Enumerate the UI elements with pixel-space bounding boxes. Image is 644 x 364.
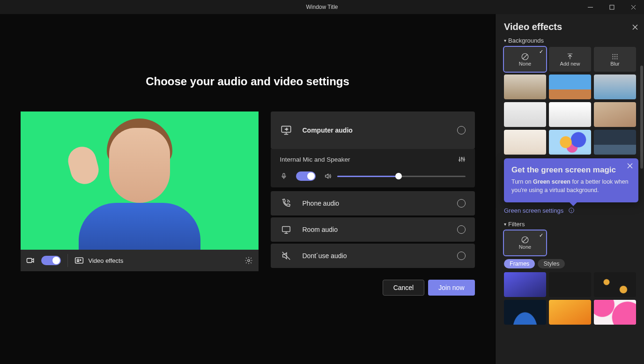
phone-audio-icon bbox=[280, 198, 292, 208]
bg-tile-none[interactable]: ✓ None bbox=[504, 47, 546, 72]
section-backgrounds[interactable]: Backgrounds bbox=[504, 37, 638, 44]
audio-option-phone[interactable]: Phone audio bbox=[271, 191, 475, 215]
bg-tile-image[interactable] bbox=[549, 130, 591, 155]
svg-point-3 bbox=[77, 259, 79, 261]
check-icon: ✓ bbox=[539, 49, 543, 55]
bg-tile-blur[interactable]: Blur bbox=[594, 47, 636, 72]
svg-point-12 bbox=[613, 54, 614, 55]
svg-point-16 bbox=[614, 56, 615, 57]
radio-icon bbox=[457, 199, 466, 208]
scrollbar-thumb[interactable] bbox=[640, 66, 643, 169]
video-effects-button[interactable]: Video effects bbox=[74, 256, 124, 265]
tooltip-close-icon[interactable] bbox=[627, 163, 633, 169]
camera-toggle[interactable] bbox=[41, 256, 61, 265]
bg-tile-image[interactable] bbox=[594, 74, 636, 99]
radio-icon bbox=[457, 225, 466, 234]
computer-audio-icon bbox=[280, 124, 292, 136]
title-bar: Window Title bbox=[0, 0, 644, 14]
radio-icon bbox=[457, 252, 466, 260]
minimize-button[interactable] bbox=[579, 0, 601, 14]
filter-tile-image[interactable] bbox=[549, 272, 591, 297]
bg-tile-image[interactable] bbox=[504, 74, 546, 99]
gear-icon[interactable] bbox=[244, 256, 253, 265]
audio-option-label: Dont´use audio bbox=[303, 252, 347, 260]
svg-point-18 bbox=[613, 58, 614, 59]
room-audio-icon bbox=[280, 224, 292, 235]
close-icon[interactable] bbox=[632, 24, 638, 30]
video-preview bbox=[21, 111, 259, 250]
svg-rect-10 bbox=[282, 227, 290, 232]
footer-buttons: Cancel Join now bbox=[21, 280, 475, 296]
filter-tile-image[interactable] bbox=[504, 300, 546, 325]
audio-option-computer[interactable]: Computer audio bbox=[271, 111, 475, 149]
svg-point-17 bbox=[617, 56, 618, 57]
mic-icon bbox=[280, 172, 288, 180]
svg-point-8 bbox=[463, 159, 465, 160]
maximize-button[interactable] bbox=[601, 0, 622, 14]
device-settings-icon[interactable] bbox=[458, 156, 466, 163]
green-screen-tooltip: Get the green screen magic Turn on Green… bbox=[504, 158, 638, 202]
svg-point-20 bbox=[617, 58, 618, 59]
section-filters[interactable]: Filters bbox=[504, 221, 638, 228]
cancel-button[interactable]: Cancel bbox=[383, 280, 425, 296]
tooltip-body: Turn on Green screen for a better look w… bbox=[511, 178, 631, 194]
camera-icon bbox=[26, 256, 35, 265]
bg-tile-image[interactable] bbox=[549, 102, 591, 127]
effects-icon bbox=[74, 256, 84, 265]
svg-point-13 bbox=[614, 54, 615, 55]
video-toolbar: Video effects bbox=[21, 250, 259, 271]
page-heading: Choose your audio and video settings bbox=[146, 75, 349, 88]
bg-tile-image[interactable] bbox=[504, 130, 546, 155]
green-screen-settings-link[interactable]: Green screen settings bbox=[504, 207, 563, 214]
tab-styles[interactable]: Styles bbox=[538, 259, 565, 268]
close-button[interactable] bbox=[622, 0, 644, 14]
mic-toggle[interactable] bbox=[296, 171, 316, 181]
svg-point-7 bbox=[461, 158, 462, 159]
panel-title: Video effects bbox=[504, 22, 562, 32]
svg-point-19 bbox=[614, 58, 615, 59]
tab-frames[interactable]: Frames bbox=[504, 259, 535, 268]
svg-rect-9 bbox=[283, 173, 285, 177]
no-audio-icon bbox=[280, 251, 292, 261]
filter-tile-image[interactable] bbox=[549, 300, 591, 325]
svg-rect-0 bbox=[610, 5, 614, 9]
window-title: Window Title bbox=[306, 4, 338, 10]
filter-tile-image[interactable] bbox=[594, 272, 636, 297]
check-icon: ✓ bbox=[539, 232, 543, 238]
audio-option-room[interactable]: Room audio bbox=[271, 217, 475, 242]
audio-option-label: Room audio bbox=[303, 226, 338, 233]
join-now-button[interactable]: Join now bbox=[428, 280, 474, 296]
filter-tile-image[interactable] bbox=[594, 300, 636, 325]
svg-point-4 bbox=[247, 260, 250, 262]
svg-point-15 bbox=[613, 56, 614, 57]
audio-option-label: Phone audio bbox=[303, 200, 340, 207]
video-effects-panel: Video effects Backgrounds ✓ None Add new… bbox=[495, 14, 644, 364]
bg-tile-add-new[interactable]: Add new bbox=[549, 47, 591, 72]
radio-icon bbox=[457, 126, 466, 134]
bg-tile-image[interactable] bbox=[504, 102, 546, 127]
svg-point-14 bbox=[617, 54, 618, 55]
video-effects-label: Video effects bbox=[89, 257, 124, 264]
tooltip-title: Get the green screen magic bbox=[511, 165, 631, 175]
main-content: Choose your audio and video settings bbox=[0, 14, 495, 364]
bg-tile-image[interactable] bbox=[594, 102, 636, 127]
window-controls bbox=[579, 0, 644, 14]
speaker-icon bbox=[324, 172, 332, 180]
svg-rect-1 bbox=[27, 259, 32, 263]
bg-tile-image[interactable] bbox=[594, 130, 636, 155]
filter-tile-image[interactable] bbox=[504, 272, 546, 297]
audio-option-none[interactable]: Dont´use audio bbox=[271, 244, 475, 268]
bg-tile-image[interactable] bbox=[549, 74, 591, 99]
filter-tile-none[interactable]: ✓ None bbox=[504, 230, 546, 255]
device-name: Internal Mic and Speaker bbox=[280, 156, 350, 163]
audio-option-label: Computer audio bbox=[303, 126, 353, 134]
info-icon[interactable] bbox=[568, 207, 575, 214]
svg-point-6 bbox=[459, 160, 460, 161]
audio-device-detail: Internal Mic and Speaker bbox=[271, 149, 475, 187]
volume-slider[interactable] bbox=[337, 176, 466, 177]
